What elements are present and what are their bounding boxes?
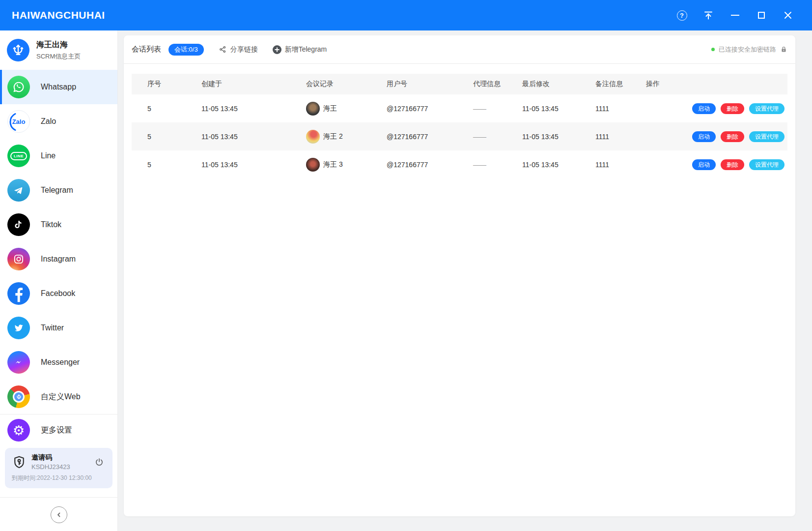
shield-key-icon xyxy=(12,454,27,470)
secure-status-text: 已连接安全加密链路 xyxy=(719,45,776,54)
cell-proxy: —— xyxy=(473,133,522,141)
zalo-icon: Zalo xyxy=(7,110,30,133)
cell-no: 5 xyxy=(147,105,201,113)
cell-created: 11-05 13:45 xyxy=(201,133,306,141)
sidebar-item-label: Twitter xyxy=(41,324,64,332)
sidebar-item-facebook[interactable]: Facebook xyxy=(0,276,117,311)
sidebar-item-label: Facebook xyxy=(41,289,75,298)
cell-proxy: —— xyxy=(473,161,522,169)
twitter-icon xyxy=(7,317,30,339)
facebook-icon xyxy=(7,282,30,305)
invite-code-label: 邀请码 xyxy=(31,453,88,462)
avatar xyxy=(306,102,320,116)
plus-icon xyxy=(273,45,281,54)
sidebar-item-zalo[interactable]: Zalo Zalo xyxy=(0,104,117,139)
invite-code-value: KSDHJ23423 xyxy=(31,463,88,471)
cell-modified: 11-05 13:45 xyxy=(522,133,595,141)
table-row: 5 11-05 13:45 海王 2 @127166777 —— 11-05 1… xyxy=(132,122,787,150)
sidebar-item-label: Messenger xyxy=(41,358,80,367)
trident-logo-icon xyxy=(7,39,29,61)
share-link-label: 分享链接 xyxy=(230,45,258,54)
window-controls: ? xyxy=(676,10,812,21)
start-button[interactable]: 启动 xyxy=(692,103,716,114)
set-proxy-button[interactable]: 设置代理 xyxy=(749,159,784,170)
start-button[interactable]: 启动 xyxy=(692,131,716,142)
cell-created: 11-05 13:45 xyxy=(201,161,306,169)
col-header-meeting: 会议记录 xyxy=(306,80,387,88)
table-header-row: 序号 创建于 会议记录 用户号 代理信息 最后修改 备注信息 操作 xyxy=(132,74,787,94)
maximize-icon[interactable] xyxy=(756,10,767,21)
line-icon: LINE xyxy=(7,145,30,167)
platform-nav: Whatsapp Zalo Zalo LINE Line Telegram xyxy=(0,70,117,414)
close-icon[interactable] xyxy=(783,10,793,21)
collapse-sidebar-button[interactable] xyxy=(51,506,67,523)
messenger-icon xyxy=(7,351,30,374)
cell-remark: 1111 xyxy=(595,133,646,141)
help-icon[interactable]: ? xyxy=(676,10,687,21)
sidebar-item-label: 自定义Web xyxy=(41,392,81,402)
add-telegram-label: 新增Telegram xyxy=(285,45,327,54)
cell-remark: 1111 xyxy=(595,105,646,113)
cell-created: 11-05 13:45 xyxy=(201,105,306,113)
sidebar-item-line[interactable]: LINE Line xyxy=(0,139,117,173)
session-list-label: 会话列表 xyxy=(132,45,161,54)
whatsapp-icon xyxy=(7,76,30,98)
session-panel: 会话列表 会话:0/3 分享链接 新增Telegram 已连接安全加密链路 序号 xyxy=(124,35,795,516)
col-header-no: 序号 xyxy=(147,80,201,88)
col-header-actions: 操作 xyxy=(646,80,787,88)
pin-top-icon[interactable] xyxy=(703,10,714,21)
sidebar-item-custom-web[interactable]: 自定义Web xyxy=(0,380,117,414)
cell-proxy: —— xyxy=(473,105,522,113)
session-count-badge: 会话:0/3 xyxy=(168,44,204,56)
sidebar-divider xyxy=(0,497,117,498)
add-telegram-button[interactable]: 新增Telegram xyxy=(273,45,327,54)
set-proxy-button[interactable]: 设置代理 xyxy=(749,103,784,114)
cell-no: 5 xyxy=(147,161,201,169)
cell-modified: 11-05 13:45 xyxy=(522,161,595,169)
sidebar-item-label: Tiktok xyxy=(41,220,61,229)
app-title: HAIWANGCHUHAI xyxy=(12,9,105,21)
delete-button[interactable]: 删除 xyxy=(721,131,744,142)
telegram-icon xyxy=(7,179,30,202)
cell-user: @127166777 xyxy=(387,133,473,141)
cell-name: 海王 2 xyxy=(323,132,343,141)
sidebar-item-label: 更多设置 xyxy=(41,425,72,436)
gear-icon: ⚙ xyxy=(7,419,30,442)
col-header-created: 创建于 xyxy=(201,80,306,88)
col-header-user: 用户号 xyxy=(387,80,473,88)
session-table: 序号 创建于 会议记录 用户号 代理信息 最后修改 备注信息 操作 5 11-0… xyxy=(132,74,787,178)
start-button[interactable]: 启动 xyxy=(692,159,716,170)
set-proxy-button[interactable]: 设置代理 xyxy=(749,131,784,142)
sidebar-item-whatsapp[interactable]: Whatsapp xyxy=(0,70,117,104)
invite-expiry: 到期时间:2022-12-30 12:30:00 xyxy=(12,474,106,482)
share-icon xyxy=(219,45,227,54)
sidebar-item-messenger[interactable]: Messenger xyxy=(0,345,117,380)
status-dot xyxy=(711,48,715,51)
sidebar-item-label: Zalo xyxy=(41,117,56,126)
sidebar-item-label: Whatsapp xyxy=(41,83,76,91)
table-row: 5 11-05 13:45 海王 3 @127166777 —— 11-05 1… xyxy=(132,150,787,178)
sidebar-item-telegram[interactable]: Telegram xyxy=(0,173,117,207)
panel-header: 会话列表 会话:0/3 分享链接 新增Telegram 已连接安全加密链路 xyxy=(124,35,795,64)
col-header-modified: 最后修改 xyxy=(522,80,595,88)
logo-title: 海王出海 xyxy=(36,40,81,50)
delete-button[interactable]: 删除 xyxy=(721,103,744,114)
tiktok-icon xyxy=(7,213,30,236)
sidebar-item-instagram[interactable]: Instagram xyxy=(0,242,117,276)
cell-modified: 11-05 13:45 xyxy=(522,105,595,113)
instagram-icon xyxy=(7,248,30,270)
sidebar: 海王出海 SCRM信息主页 Whatsapp Zalo Zalo LINE xyxy=(0,30,118,531)
sidebar-item-twitter[interactable]: Twitter xyxy=(0,311,117,345)
cell-user: @127166777 xyxy=(387,161,473,169)
sidebar-item-more-settings[interactable]: ⚙ 更多设置 xyxy=(0,414,117,446)
custom-web-icon xyxy=(7,385,30,408)
avatar xyxy=(306,130,320,144)
minimize-icon[interactable] xyxy=(729,10,740,21)
power-icon[interactable] xyxy=(93,456,106,469)
delete-button[interactable]: 删除 xyxy=(721,159,744,170)
col-header-remark: 备注信息 xyxy=(595,80,646,88)
sidebar-item-tiktok[interactable]: Tiktok xyxy=(0,207,117,242)
share-link-button[interactable]: 分享链接 xyxy=(219,45,258,54)
avatar xyxy=(306,158,320,172)
cell-remark: 1111 xyxy=(595,161,646,169)
